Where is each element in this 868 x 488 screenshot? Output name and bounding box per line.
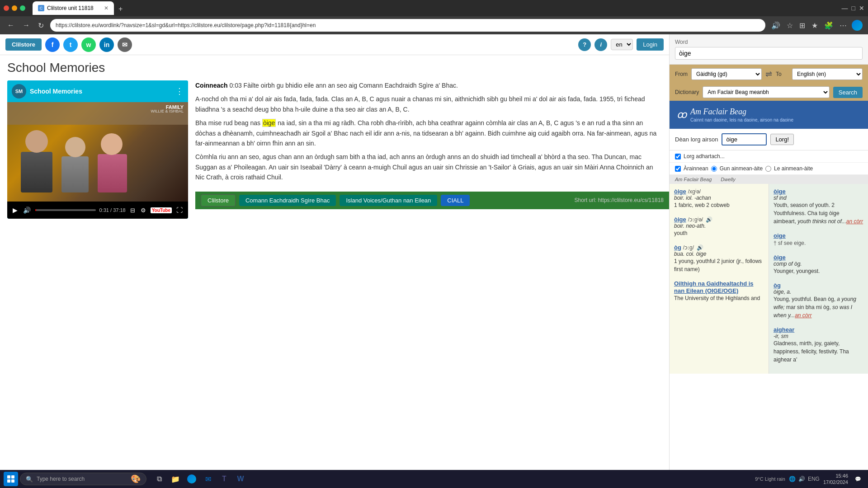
twitter-btn[interactable]: t [63, 38, 78, 52]
swap-languages-btn[interactable]: ⇌ [765, 69, 772, 79]
afb-search-prefix: Dèan lorg airson [675, 136, 718, 143]
afb-options-row: Lorg adhartach... [670, 150, 868, 163]
video-controls: ▶ 🔊 0:31 / 37:18 ⊟ ⚙ YouTube ⛶ [7, 202, 188, 219]
dwelly-word-4[interactable]: òg [774, 282, 781, 289]
tab-title: Clilstore unit 11818 [47, 5, 94, 11]
close-btn[interactable]: ✕ [859, 5, 864, 12]
afb-header: ꝏ Am Faclair Beag Cainnt nan daoine, lei… [670, 101, 868, 129]
help-button[interactable]: ? [578, 38, 591, 51]
lang-row: From Gàidhlig (gd) English (en) ⇌ To Eng… [670, 65, 868, 84]
afb-search-input[interactable] [722, 133, 767, 145]
word-input[interactable] [675, 47, 863, 60]
facebook-btn[interactable]: f [45, 38, 60, 52]
dwelly-def-3: Younger, youngest. [774, 267, 863, 275]
dwelly-link-1[interactable]: an còrr [846, 218, 863, 225]
tab-favicon: C [38, 5, 44, 11]
island-voices-link-btn[interactable]: Island Voices/Guthan nan Eilean [340, 195, 437, 206]
gun-ainmean-radio[interactable] [711, 166, 717, 172]
bottom-toolbar: Clilstore Comann Eachdraidh Sgìre Bhac I… [195, 192, 669, 209]
afb-search-btn[interactable]: Lorg! [770, 134, 794, 145]
afb-right-column: òige sf ind Youth, season of youth. 2 Yo… [769, 184, 868, 374]
dwelly-gram-1: sf ind [774, 195, 863, 201]
to-language-select[interactable]: English (en) Gàidhlig (gd) [792, 68, 863, 80]
para4: Còmhla riu ann an seo, agus chan ann an … [195, 152, 662, 182]
whatsapp-btn[interactable]: w [81, 38, 96, 52]
dwelly-gram-4: òige, a. [774, 289, 863, 295]
dict-header: Word [670, 34, 868, 65]
video-progress-bar[interactable] [35, 209, 96, 211]
dwelly-word-1[interactable]: òige [774, 188, 786, 195]
dwelly-entry-oige1: òige sf ind Youth, season of youth. 2 Yo… [774, 188, 863, 225]
arainnean-checkbox[interactable] [675, 166, 681, 172]
search-dictionary-btn[interactable]: Search [833, 87, 863, 98]
para3: Bha mise rud beag nas òige na iad, sin a… [195, 118, 662, 148]
entry-gram-1: boir. iol. -achan [674, 195, 764, 201]
address-bar[interactable]: https://clilstore.eu/wordlink/?navsize=1… [50, 19, 765, 32]
info-button[interactable]: i [594, 38, 607, 51]
dictionary-select[interactable]: Am Faclair Beag meanbh Am Faclair Beag D… [703, 86, 829, 98]
refresh-button[interactable]: ↻ [36, 19, 46, 32]
collections-icon[interactable]: ★ [810, 20, 819, 31]
entry-pron-1: /xgʲə/ [688, 188, 701, 195]
dwelly-entry-oige3: òige comp of òg. Younger, youngest. [774, 253, 863, 275]
dwelly-word-3[interactable]: òige [774, 254, 786, 261]
maximize-window-btn[interactable] [20, 5, 25, 11]
dwelly-word-5[interactable]: aighear [774, 326, 794, 333]
settings-button[interactable]: ⚙ [140, 206, 147, 215]
email-btn[interactable]: ✉ [118, 38, 132, 52]
new-tab-btn[interactable]: + [115, 3, 126, 15]
video-thumbnail[interactable]: FAMILY WILLIE & ISHBAL [7, 102, 188, 202]
linkedin-btn[interactable]: in [99, 38, 114, 52]
dwelly-word-2[interactable]: oige [774, 232, 786, 239]
fullscreen-button[interactable]: ⛶ [175, 206, 184, 215]
browser-tabs: C Clilstore unit 11818 ✕ + [33, 1, 126, 15]
browser-toolbar-icons: 🔊 ☆ ⊞ ★ 🧩 ⋯ [770, 20, 863, 31]
from-language-select[interactable]: Gàidhlig (gd) English (en) [691, 68, 762, 80]
favorites-icon[interactable]: ☆ [785, 20, 794, 31]
close-window-btn[interactable] [4, 5, 9, 11]
para2: A-nochd oh tha mi a' dol air ais fada, f… [195, 94, 662, 114]
restore-btn[interactable]: □ [852, 5, 855, 12]
le-ainmean-radio[interactable] [765, 166, 771, 172]
audio-icon-2[interactable]: 🔊 [697, 244, 703, 251]
clilstore-link-btn[interactable]: Clilstore [201, 194, 236, 206]
extensions-icon[interactable]: 🧩 [823, 20, 835, 31]
entry-word-4[interactable]: Oilthigh na Gaidhealtachd is nan Eilean … [674, 280, 754, 294]
captions-button[interactable]: ⊟ [129, 206, 136, 215]
dwelly-entry-oige2: oige † sf see eige. [774, 232, 863, 247]
audio-icon-1[interactable]: 🔊 [706, 216, 712, 223]
login-button[interactable]: Login [637, 38, 664, 51]
comann-link-btn[interactable]: Comann Eachdraidh Sgìre Bhac [239, 195, 336, 206]
entry-def-1: 1 fabric, web 2 cobweb [674, 201, 764, 209]
video-more-btn[interactable]: ⋮ [175, 86, 184, 96]
adhartach-checkbox[interactable] [675, 154, 681, 160]
entry-word-3[interactable]: òg [674, 244, 681, 251]
afb-arainnean-row: Àrainnean Gun ainmean-àite Le ainmean-ài… [670, 163, 868, 175]
minimize-window-btn[interactable] [12, 5, 17, 11]
language-select[interactable]: en gd [611, 39, 633, 50]
split-screen-icon[interactable]: ⊞ [798, 20, 807, 31]
dwelly-link-4[interactable]: an còrr [795, 312, 811, 319]
channel-icon: SM [12, 84, 26, 99]
volume-button[interactable]: 🔊 [22, 206, 32, 215]
tab-close-btn[interactable]: ✕ [104, 5, 108, 11]
dwelly-def-2: † sf see eige. [774, 239, 863, 247]
forward-button[interactable]: → [21, 19, 32, 31]
edge-profile-icon[interactable] [852, 20, 863, 31]
back-button[interactable]: ← [5, 19, 16, 31]
entry-word-1[interactable]: òige [674, 188, 686, 195]
play-button[interactable]: ▶ [12, 206, 19, 215]
afb-panel: ꝏ Am Faclair Beag Cainnt nan daoine, lei… [670, 101, 868, 470]
video-header: SM School Memories ⋮ [7, 80, 188, 102]
clilstore-home-btn[interactable]: Clilstore [5, 38, 42, 51]
minimize-btn[interactable]: — [842, 5, 848, 12]
read-aloud-icon[interactable]: 🔊 [770, 20, 782, 31]
toolbar-right: ? i en gd Login [578, 38, 664, 51]
entry-word-2[interactable]: òige [674, 216, 686, 223]
more-menu-icon[interactable]: ⋯ [838, 20, 848, 31]
afb-results: òige /xgʲə/ boir. iol. -achan 1 fabric, … [670, 184, 868, 374]
active-tab[interactable]: C Clilstore unit 11818 ✕ [33, 1, 114, 15]
dwelly-gram-5: -ir, sm [774, 333, 863, 339]
ciall-link-btn[interactable]: CIALL [441, 195, 470, 206]
right-panel: Word From Gàidhlig (gd) English (en) ⇌ T… [669, 34, 868, 470]
